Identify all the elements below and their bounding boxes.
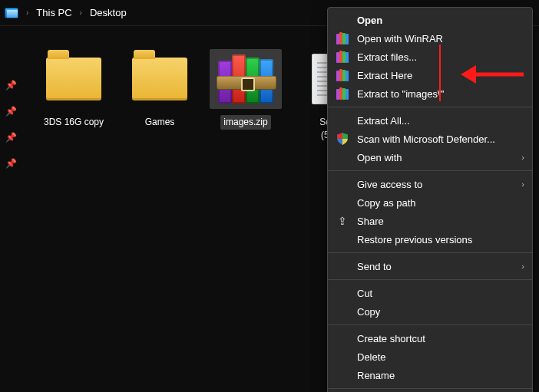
item-label: Games <box>145 117 175 127</box>
context-menu-label: Open with WinRAR <box>357 33 524 44</box>
annotation-highlight-line <box>439 44 441 101</box>
winrar-icon <box>336 87 349 100</box>
context-menu-item[interactable]: Open with WinRAR <box>328 29 532 48</box>
context-menu-item[interactable]: Give access to› <box>328 175 532 193</box>
menu-separator <box>328 170 532 171</box>
breadcrumb-root[interactable]: This PC <box>36 7 71 18</box>
archive-item-selected[interactable]: images.zip <box>207 49 284 130</box>
blank-icon <box>336 286 349 300</box>
pc-icon <box>5 8 18 18</box>
item-label: images.zip <box>223 117 267 127</box>
chevron-right-icon: › <box>521 180 524 189</box>
quick-access-sidebar: 📌 📌 📌 📌 <box>0 26 21 392</box>
pin-icon[interactable]: 📌 <box>0 150 21 176</box>
context-menu-label: Create shortcut <box>357 333 524 344</box>
chevron-right-icon: › <box>521 262 524 271</box>
context-menu-label: Send to <box>357 261 514 272</box>
pin-icon[interactable]: 📌 <box>0 98 21 124</box>
context-menu-item[interactable]: Scan with Microsoft Defender... <box>328 130 532 148</box>
context-menu-label: Extract files... <box>357 51 524 63</box>
context-menu-label: Open with <box>357 152 514 163</box>
menu-separator <box>328 388 532 389</box>
chevron-right-icon: › <box>23 8 31 17</box>
blank-icon <box>336 331 349 345</box>
context-menu-label: Give access to <box>357 179 514 190</box>
context-menu-item[interactable]: Copy <box>328 302 532 321</box>
chevron-right-icon: › <box>521 153 524 162</box>
context-menu-item[interactable]: Rename <box>328 366 532 384</box>
context-menu-item[interactable]: Open <box>328 11 532 29</box>
blank-icon <box>336 305 349 318</box>
context-menu-item[interactable]: ⇪Share <box>328 212 532 230</box>
menu-separator <box>328 107 532 107</box>
context-menu-item[interactable]: Create shortcut <box>328 329 532 348</box>
pin-icon[interactable]: 📌 <box>0 124 21 150</box>
context-menu-label: Share <box>357 216 524 227</box>
context-menu-label: Open <box>357 15 524 26</box>
winrar-icon <box>336 50 349 64</box>
breadcrumb-current[interactable]: Desktop <box>90 7 127 18</box>
folder-icon <box>38 49 110 109</box>
blank-icon <box>336 259 349 273</box>
context-menu-label: Delete <box>357 351 524 363</box>
folder-item[interactable]: Games <box>121 49 198 130</box>
winrar-icon <box>336 68 349 82</box>
blank-icon <box>336 177 349 191</box>
blank-icon <box>336 368 349 382</box>
share-icon: ⇪ <box>336 214 349 228</box>
menu-separator <box>328 252 532 253</box>
context-menu-item[interactable]: Restore previous versions <box>328 230 532 249</box>
context-menu-item[interactable]: Copy as path <box>328 193 532 212</box>
blank-icon <box>336 114 349 127</box>
context-menu-label: Restore previous versions <box>357 234 524 245</box>
folder-icon <box>124 49 196 109</box>
menu-separator <box>328 279 532 280</box>
context-menu-label: Copy <box>357 306 524 318</box>
context-menu-label: Extract All... <box>357 115 524 127</box>
chevron-right-icon: › <box>77 8 85 17</box>
context-menu-item[interactable]: Send to› <box>328 257 532 275</box>
menu-separator <box>328 324 532 325</box>
context-menu-label: Cut <box>357 288 524 299</box>
context-menu-label: Rename <box>357 370 524 381</box>
winrar-icon <box>336 31 349 45</box>
blank-icon <box>336 232 349 246</box>
context-menu-label: Copy as path <box>357 197 524 209</box>
context-menu-item[interactable]: Extract All... <box>328 111 532 130</box>
pin-icon[interactable]: 📌 <box>0 72 21 98</box>
item-label: 3DS 16G copy <box>44 117 104 127</box>
archive-icon <box>210 49 282 109</box>
context-menu-item[interactable]: Open with› <box>328 148 532 166</box>
blank-icon <box>336 196 349 209</box>
blank-icon <box>336 350 349 364</box>
context-menu-label: Scan with Microsoft Defender... <box>357 133 524 145</box>
annotation-arrow <box>459 63 524 86</box>
context-menu-item[interactable]: Extract to "images\" <box>328 84 532 103</box>
folder-item[interactable]: 3DS 16G copy <box>35 49 112 130</box>
context-menu-item[interactable]: Delete <box>328 348 532 366</box>
blank-icon <box>336 13 349 27</box>
blank-icon <box>336 150 349 164</box>
context-menu-item[interactable]: Cut <box>328 284 532 302</box>
defender-shield-icon <box>336 132 349 146</box>
context-menu-label: Extract to "images\" <box>357 88 524 100</box>
